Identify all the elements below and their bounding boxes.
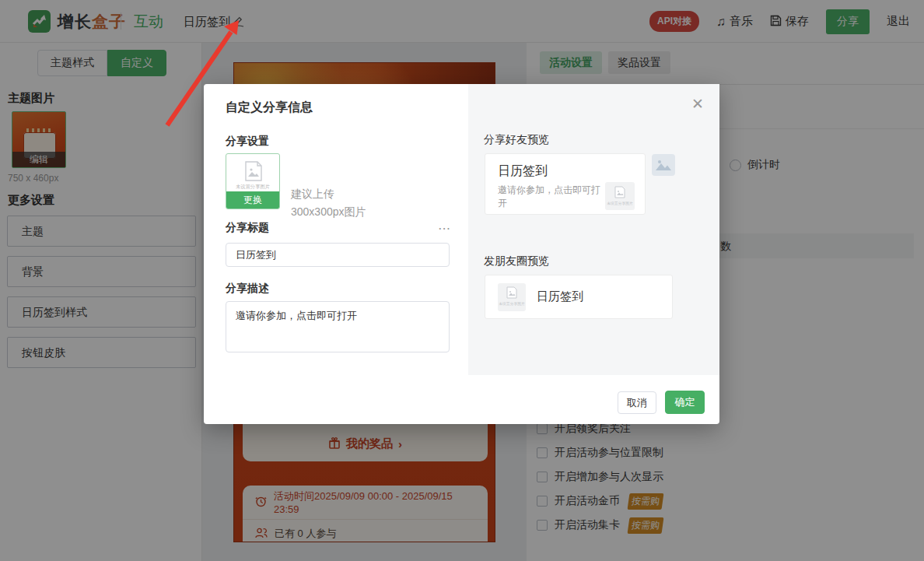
friend-avatar-placeholder [652,154,675,176]
share-info-modal: 自定义分享信息 分享设置 未设置分享图片 更换 建议上传300x300px图片 … [204,84,719,424]
share-title-label: 分享标题 [226,221,269,235]
share-settings-label: 分享设置 [226,135,269,149]
confirm-button[interactable]: 确定 [665,391,705,414]
moments-preview-label: 发朋友圈预览 [484,254,549,268]
modal-title: 自定义分享信息 [226,100,313,116]
page: 增长盒子 互动 日历签到 API对接 ♫ 音乐 [0,0,924,561]
moments-card-thumbnail: 未设置分享图片 [498,283,526,311]
close-icon[interactable]: ✕ [691,96,704,111]
cancel-button[interactable]: 取消 [618,391,656,414]
change-image-button[interactable]: 更换 [226,191,279,209]
share-image-upload[interactable]: 未设置分享图片 更换 [226,153,280,209]
share-title-input[interactable]: 日历签到 [226,243,450,267]
friend-share-preview-card: 日历签到 邀请你参加，点击即可打开 未设置分享图片 [485,153,646,215]
friend-card-thumbnail: 未设置分享图片 [605,182,635,210]
upload-placeholder-text: 未设置分享图片 [229,184,276,191]
thumb-placeholder-text: 未设置分享图片 [607,200,633,205]
moments-card-title: 日历签到 [537,289,583,304]
upload-hint: 建议上传300x300px图片 [291,185,378,221]
friend-card-title: 日历签到 [498,163,548,180]
friend-card-desc: 邀请你参加，点击即可打开 [498,184,602,210]
share-desc-textarea[interactable]: 邀请你参加，点击即可打开 [226,301,450,352]
modal-preview-panel [468,84,719,375]
more-options-icon[interactable]: ⋯ [438,221,451,236]
friend-preview-label: 分享好友预览 [484,133,549,147]
thumb-placeholder-text: 未设置分享图片 [499,301,525,307]
image-placeholder-icon [245,161,262,184]
share-desc-label: 分享描述 [226,282,269,296]
moments-preview-card: 未设置分享图片 日历签到 [485,275,673,319]
